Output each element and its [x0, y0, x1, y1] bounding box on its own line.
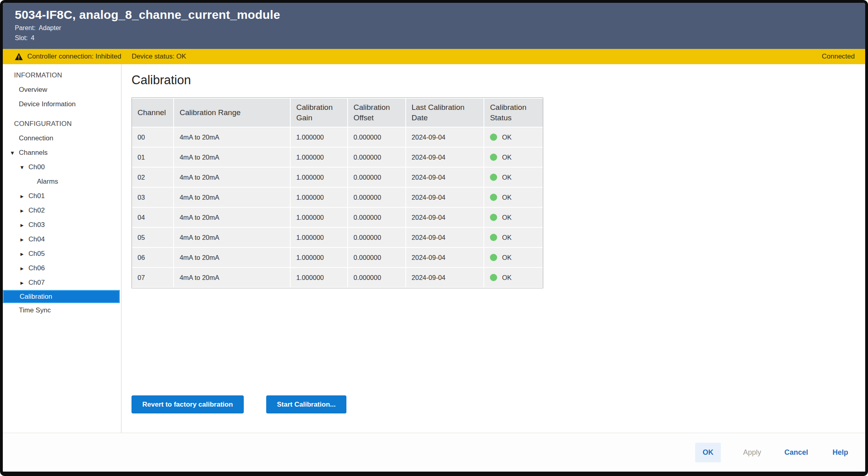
sidebar-item-label: Device Information — [19, 100, 76, 108]
sidebar-item-ch01[interactable]: ▶Ch01 — [3, 189, 121, 203]
sidebar-item-label: Alarms — [37, 178, 58, 186]
status-cell: OK — [484, 128, 543, 147]
sidebar-nav: INFORMATIONOverviewDevice InformationCON… — [3, 64, 121, 433]
caret-right-icon[interactable]: ▶ — [20, 194, 28, 199]
gain-cell: 1.000000 — [291, 268, 348, 287]
channel-cell: 03 — [132, 188, 174, 207]
range-cell: 4mA to 20mA — [174, 128, 291, 147]
help-button[interactable]: Help — [828, 443, 853, 462]
sidebar-item-label: Connection — [19, 134, 53, 142]
sidebar-item-ch03[interactable]: ▶Ch03 — [3, 218, 121, 232]
sidebar-item-calibration[interactable]: Calibration — [3, 290, 120, 303]
table-row: 034mA to 20mA1.0000000.0000002024-09-04O… — [132, 188, 543, 207]
status-ok-dot-icon — [490, 274, 497, 281]
status-cell: OK — [484, 168, 543, 187]
content-area: INFORMATIONOverviewDevice InformationCON… — [3, 64, 865, 433]
sidebar-item-label: Time Sync — [19, 306, 51, 314]
status-cell: OK — [484, 148, 543, 167]
date-cell: 2024-09-04 — [406, 188, 485, 207]
slot-line: Slot:4 — [15, 34, 853, 42]
sidebar-section-information: INFORMATION — [3, 68, 121, 83]
caret-down-icon[interactable]: ▼ — [11, 151, 19, 155]
date-cell: 2024-09-04 — [406, 128, 485, 147]
sidebar-item-ch04[interactable]: ▶Ch04 — [3, 232, 121, 247]
caret-down-icon[interactable]: ▼ — [20, 165, 28, 170]
table-row: 074mA to 20mA1.0000000.0000002024-09-04O… — [132, 268, 543, 287]
parent-label: Parent: — [15, 24, 36, 31]
status-ok-dot-icon — [490, 254, 497, 261]
status-cell: OK — [484, 248, 543, 267]
calibration-actions: Revert to factory calibration Start Cali… — [132, 395, 865, 413]
status-text: OK — [502, 274, 512, 282]
sidebar-item-label: Ch01 — [28, 192, 45, 200]
sidebar-item-alarms[interactable]: Alarms — [3, 174, 121, 189]
channel-cell: 02 — [132, 168, 174, 187]
offset-cell: 0.000000 — [348, 268, 406, 287]
channel-cell: 04 — [132, 208, 174, 227]
offset-cell: 0.000000 — [348, 188, 406, 207]
status-text: OK — [502, 254, 512, 261]
status-text: OK — [502, 154, 512, 161]
sidebar-item-time-sync[interactable]: Time Sync — [3, 303, 121, 318]
status-ok-dot-icon — [490, 134, 497, 141]
sidebar-item-ch02[interactable]: ▶Ch02 — [3, 203, 121, 218]
sidebar-item-ch07[interactable]: ▶Ch07 — [3, 275, 121, 290]
channel-cell: 00 — [132, 128, 174, 147]
sidebar-item-label: Ch04 — [28, 235, 45, 243]
status-text: OK — [502, 194, 512, 201]
apply-button[interactable]: Apply — [739, 443, 765, 462]
status-ok-dot-icon — [490, 194, 497, 201]
range-cell: 4mA to 20mA — [174, 168, 291, 187]
table-row: 064mA to 20mA1.0000000.0000002024-09-04O… — [132, 248, 543, 267]
offset-cell: 0.000000 — [348, 248, 406, 267]
range-cell: 4mA to 20mA — [174, 228, 291, 247]
caret-right-icon[interactable]: ▶ — [20, 252, 28, 256]
date-cell: 2024-09-04 — [406, 208, 485, 227]
connection-status-badge: Connected — [822, 53, 855, 61]
sidebar-item-label: Ch05 — [28, 250, 45, 258]
column-header-calibration-range: Calibration Range — [174, 99, 291, 127]
calibration-table: ChannelCalibration RangeCalibration Gain… — [132, 97, 543, 288]
gain-cell: 1.000000 — [291, 168, 348, 187]
offset-cell: 0.000000 — [348, 168, 406, 187]
controller-connection-status: Controller connection: Inhibited — [27, 53, 121, 61]
warning-triangle-icon — [15, 53, 23, 60]
sidebar-item-label: Ch00 — [28, 163, 45, 171]
dialog-footer: OK Apply Cancel Help — [3, 433, 865, 472]
device-status: Device status: OK — [132, 53, 186, 61]
column-header-calibration-status: Calibration Status — [484, 99, 543, 127]
sidebar-item-ch05[interactable]: ▶Ch05 — [3, 247, 121, 261]
titlebar: 5034-IF8C, analog_8_channe_current_modul… — [3, 3, 865, 49]
gain-cell: 1.000000 — [291, 188, 348, 207]
table-row: 014mA to 20mA1.0000000.0000002024-09-04O… — [132, 148, 543, 167]
caret-right-icon[interactable]: ▶ — [20, 266, 28, 271]
sidebar-item-label: Channels — [19, 149, 48, 157]
sidebar-item-connection[interactable]: Connection — [3, 131, 121, 146]
caret-right-icon[interactable]: ▶ — [20, 223, 28, 227]
start-calibration-button[interactable]: Start Calibration... — [266, 395, 346, 413]
offset-cell: 0.000000 — [348, 208, 406, 227]
ok-button[interactable]: OK — [695, 443, 721, 462]
sidebar-item-overview[interactable]: Overview — [3, 83, 121, 97]
sidebar-item-label: Ch03 — [28, 221, 45, 229]
column-header-calibration-gain: Calibration Gain — [291, 99, 348, 127]
slot-label: Slot: — [15, 34, 28, 41]
caret-right-icon[interactable]: ▶ — [20, 237, 28, 242]
sidebar-item-device-information[interactable]: Device Information — [3, 97, 121, 111]
caret-right-icon[interactable]: ▶ — [20, 281, 28, 285]
table-row: 004mA to 20mA1.0000000.0000002024-09-04O… — [132, 128, 543, 147]
page-title: Calibration — [132, 73, 865, 87]
status-text: OK — [502, 174, 512, 181]
sidebar-item-ch06[interactable]: ▶Ch06 — [3, 261, 121, 275]
sidebar-item-ch00[interactable]: ▼Ch00 — [3, 160, 121, 174]
status-ok-dot-icon — [490, 174, 497, 181]
date-cell: 2024-09-04 — [406, 148, 485, 167]
range-cell: 4mA to 20mA — [174, 248, 291, 267]
caret-right-icon[interactable]: ▶ — [20, 209, 28, 213]
cancel-button[interactable]: Cancel — [783, 443, 809, 462]
revert-to-factory-calibration-button[interactable]: Revert to factory calibration — [132, 395, 244, 413]
sidebar-item-label: Overview — [19, 86, 47, 94]
module-properties-window: 5034-IF8C, analog_8_channe_current_modul… — [0, 0, 868, 476]
date-cell: 2024-09-04 — [406, 248, 485, 267]
sidebar-item-channels[interactable]: ▼Channels — [3, 146, 121, 160]
